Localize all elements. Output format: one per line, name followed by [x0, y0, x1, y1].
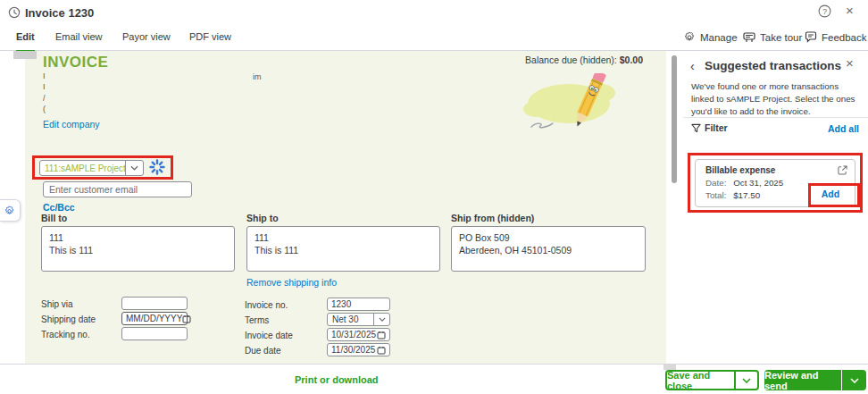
help-icon[interactable]: ?: [818, 4, 831, 18]
expense-date-value: Oct 31, 2025: [733, 178, 783, 188]
company-text-fragment: I: [43, 82, 46, 91]
invoice-no-value: 1230: [331, 299, 351, 309]
invoice-heading: INVOICE: [43, 54, 108, 71]
balance-due-label: Balance due (hidden):: [525, 54, 617, 65]
calendar-icon: [377, 331, 386, 340]
tracking-no-label: Tracking no.: [41, 330, 90, 340]
manage-button[interactable]: Manage: [684, 31, 738, 43]
tab-payor-view[interactable]: Payor view: [122, 31, 171, 50]
due-date-value: 11/30/2025: [331, 345, 375, 355]
expense-date-row: Date: Oct 31, 2025: [705, 178, 783, 188]
remove-shipping-link[interactable]: Remove shipping info: [246, 277, 337, 288]
billable-expense-title: Billable expense: [705, 165, 775, 175]
calendar-icon: [182, 314, 191, 323]
filter-label: Filter: [705, 122, 728, 133]
shipping-date-input[interactable]: MM/DD/YYYY: [121, 312, 188, 325]
terms-select[interactable]: Net 30: [327, 313, 390, 326]
expense-total-row: Total: $17.50: [705, 190, 760, 200]
panel-title: Suggested transactions: [705, 59, 841, 72]
gear-icon: [684, 31, 696, 43]
vertical-scrollbar[interactable]: [672, 55, 677, 183]
feedback-button[interactable]: Feedback: [805, 31, 867, 43]
feedback-label: Feedback: [822, 32, 867, 43]
balance-due-value: $0.00: [620, 54, 643, 65]
panel-divider: [683, 117, 868, 118]
save-options-chevron-icon[interactable]: [734, 372, 757, 389]
add-all-link[interactable]: Add all: [826, 123, 859, 134]
print-or-download-link[interactable]: Print or download: [295, 374, 379, 385]
bill-to-field[interactable]: 111 This is 111: [41, 226, 235, 272]
panel-back-chevron-icon[interactable]: ‹: [690, 59, 695, 73]
invoice-date-label: Invoice date: [245, 331, 293, 340]
terms-select-value: Net 30: [328, 314, 373, 325]
manage-label: Manage: [700, 32, 738, 43]
loading-spinner-icon: [149, 159, 165, 175]
cc-bcc-link[interactable]: Cc/Bcc: [43, 202, 75, 213]
shipping-date-placeholder: MM/DD/YYYY: [126, 314, 182, 323]
shipping-date-label: Shipping date: [41, 314, 96, 324]
tracking-no-input[interactable]: [121, 327, 188, 340]
history-clock-icon: [8, 6, 21, 19]
bill-to-label: Bill to: [41, 213, 67, 223]
invoice-date-value: 10/31/2025: [331, 330, 376, 340]
terms-label: Terms: [245, 315, 269, 325]
expense-total-value: $17.50: [733, 190, 760, 200]
ship-from-field[interactable]: PO Box 509 Aberdeen, OH 45101-0509: [451, 226, 646, 272]
review-options-chevron-icon[interactable]: [841, 370, 866, 390]
take-tour-button[interactable]: Take tour: [743, 31, 802, 43]
edit-company-link[interactable]: Edit company: [43, 119, 100, 130]
tab-pdf-view[interactable]: PDF view: [189, 31, 231, 50]
svg-text:?: ?: [822, 7, 827, 16]
ship-to-field[interactable]: 111 This is 111: [246, 226, 440, 272]
customer-select-value: 111:sAMPLE Project: [40, 161, 125, 175]
chevron-down-icon: [125, 161, 143, 175]
window-titlebar: Invoice 1230 ? ×: [0, 0, 868, 25]
window-close-icon[interactable]: ×: [846, 3, 854, 18]
ship-via-label: Ship via: [41, 299, 73, 309]
speech-bubble-icon: [805, 31, 817, 43]
accessibility-side-tab[interactable]: [0, 199, 21, 222]
external-link-icon[interactable]: [838, 165, 847, 175]
invoice-window: Invoice 1230 ? × Edit Email view Payor v…: [0, 0, 868, 394]
calendar-icon: [377, 346, 386, 355]
add-expense-link[interactable]: Add: [808, 189, 853, 199]
chevron-down-icon: [373, 314, 389, 325]
panel-close-icon[interactable]: ×: [846, 55, 854, 71]
invoice-date-input[interactable]: 10/31/2025: [327, 328, 390, 341]
take-tour-icon: [743, 31, 755, 43]
page-title: Invoice 1230: [25, 6, 94, 20]
customer-select[interactable]: 111:sAMPLE Project: [39, 160, 144, 176]
expense-total-label: Total:: [705, 190, 726, 200]
expense-date-label: Date:: [705, 178, 726, 188]
review-and-send-label[interactable]: Review and send: [764, 370, 841, 390]
gear-flower-icon: [4, 205, 15, 216]
save-and-close-button[interactable]: Save and close: [665, 370, 759, 390]
ship-to-label: Ship to: [246, 213, 279, 223]
company-text-fragment: /: [43, 94, 46, 103]
ship-from-label: Ship from (hidden): [451, 213, 534, 223]
due-date-input[interactable]: 11/30/2025: [327, 343, 390, 356]
due-date-label: Due date: [245, 346, 281, 356]
tab-edit[interactable]: Edit: [16, 31, 35, 53]
company-text-fragment: im: [253, 72, 262, 81]
funnel-icon: [691, 123, 701, 133]
tab-email-view[interactable]: Email view: [55, 31, 103, 50]
scroll-remnant-chip: [13, 51, 37, 59]
view-tabbar: Edit Email view Payor view PDF view Mana…: [0, 25, 868, 51]
panel-description: We've found one or more transactions lin…: [691, 80, 863, 119]
take-tour-label: Take tour: [760, 32, 802, 43]
customer-email-input[interactable]: [43, 181, 192, 197]
invoice-no-label: Invoice no.: [245, 300, 288, 310]
company-text-fragment: (: [43, 105, 46, 113]
pencil-illustration: [513, 73, 638, 132]
invoice-no-input[interactable]: 1230: [327, 298, 390, 311]
review-and-send-button[interactable]: Review and send: [764, 370, 866, 390]
balance-due: Balance due (hidden): $0.00: [525, 54, 643, 65]
filter-button[interactable]: Filter: [691, 122, 728, 133]
ship-via-input[interactable]: [121, 297, 188, 310]
save-and-close-label[interactable]: Save and close: [667, 372, 734, 389]
company-text-fragment: I: [43, 71, 46, 80]
